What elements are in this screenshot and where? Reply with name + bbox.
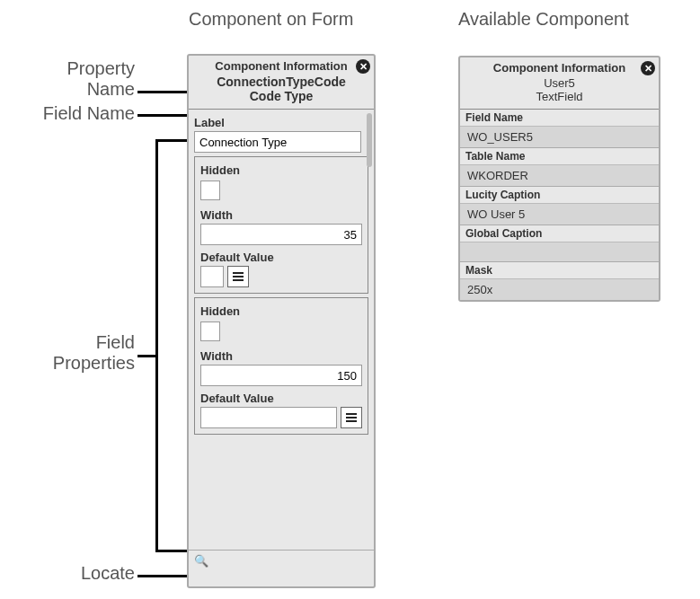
component-type: TextField	[465, 90, 653, 103]
info-label: Table Name	[460, 148, 659, 164]
connector-line	[137, 91, 187, 93]
default-value-input[interactable]	[200, 407, 337, 428]
label-input[interactable]	[194, 131, 361, 153]
panel-title: Component Information	[194, 59, 368, 73]
menu-icon[interactable]	[341, 407, 362, 428]
connector-line	[155, 550, 187, 552]
component-on-form-panel: Component Information ConnectionTypeCode…	[187, 54, 376, 588]
panel-title: Component Information	[465, 61, 653, 75]
annotation-field-properties-2: Properties	[0, 353, 135, 374]
hidden-caption: Hidden	[200, 304, 362, 318]
property-group-1: Hidden Width Default Value	[194, 156, 368, 294]
label-caption: Label	[194, 116, 368, 129]
info-label: Mask	[460, 262, 659, 278]
info-label: Field Name	[460, 110, 659, 126]
properties-body: Label Hidden Width Default Value Hidden …	[189, 110, 374, 550]
info-row: Global Caption	[460, 225, 659, 261]
info-value: 250x	[460, 278, 659, 300]
hidden-caption: Hidden	[200, 163, 362, 177]
width-caption: Width	[200, 208, 362, 222]
default-value-input[interactable]	[200, 266, 224, 287]
available-component-panel: Component Information User5 TextField ✕ …	[458, 56, 660, 302]
info-row: Table Name WKORDER	[460, 147, 659, 186]
annotation-property: Property	[0, 58, 135, 79]
connector-line	[155, 139, 158, 552]
component-name: User5	[465, 76, 653, 90]
panel-header: Component Information ConnectionTypeCode…	[189, 56, 374, 110]
connector-line	[137, 355, 155, 357]
info-label: Global Caption	[460, 225, 659, 242]
info-row: Mask 250x	[460, 261, 659, 300]
connector-line	[155, 139, 187, 142]
menu-icon[interactable]	[227, 266, 249, 287]
locate-row: 🔍	[189, 550, 374, 571]
close-icon[interactable]: ✕	[641, 61, 655, 75]
width-caption: Width	[200, 349, 362, 363]
info-row: Lucity Caption WO User 5	[460, 186, 659, 225]
panel-header: Component Information User5 TextField ✕	[460, 57, 659, 110]
width-input[interactable]	[200, 224, 362, 245]
annotation-field-properties-1: Field	[0, 332, 135, 353]
scrollbar[interactable]	[367, 113, 372, 167]
hidden-checkbox[interactable]	[200, 181, 220, 200]
search-icon: 🔍	[194, 554, 208, 568]
property-group-2: Hidden Width Default Value	[194, 297, 368, 435]
info-value: WKORDER	[460, 164, 659, 186]
info-label: Lucity Caption	[460, 187, 659, 203]
info-rows: Field Name WO_USER5 Table Name WKORDER L…	[460, 110, 659, 300]
property-name-value: ConnectionTypeCode	[194, 75, 368, 89]
annotation-property-name: Name	[0, 79, 135, 100]
hidden-checkbox[interactable]	[200, 322, 220, 341]
info-value: WO_USER5	[460, 126, 659, 147]
connector-line	[137, 114, 187, 117]
annotation-locate: Locate	[0, 563, 135, 584]
annotation-field-name: Field Name	[0, 103, 135, 124]
default-value-caption: Default Value	[200, 392, 362, 405]
field-name-value: Code Type	[194, 89, 368, 103]
heading-component-on-form: Component on Form	[189, 9, 353, 30]
info-value	[460, 242, 659, 261]
info-value: WO User 5	[460, 203, 659, 225]
connector-line	[137, 575, 187, 577]
info-row: Field Name WO_USER5	[460, 110, 659, 147]
heading-available-component: Available Component	[458, 9, 629, 30]
default-value-caption: Default Value	[200, 251, 362, 264]
close-icon[interactable]: ✕	[356, 59, 370, 74]
locate-input[interactable]	[212, 553, 368, 568]
width-input[interactable]	[200, 365, 362, 386]
